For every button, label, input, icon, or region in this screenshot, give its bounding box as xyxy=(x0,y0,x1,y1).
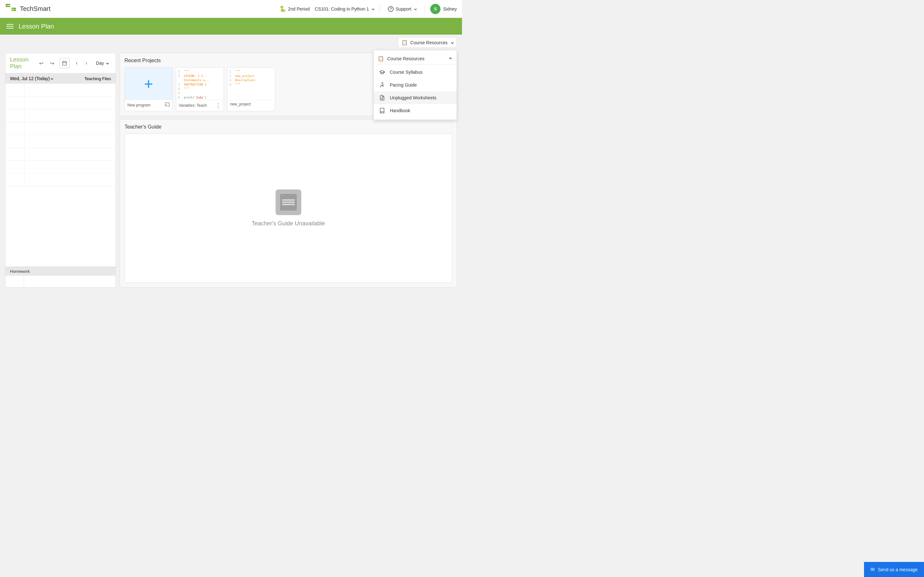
logo xyxy=(5,3,17,15)
dropdown-title: Course Resources xyxy=(387,56,425,61)
date-dropdown-icon[interactable] xyxy=(51,77,53,80)
menu-icon[interactable] xyxy=(6,23,13,30)
dropdown-chevron-icon xyxy=(449,57,452,60)
lesson-date-bar: Wed, Jul 12 (Today) Teaching Files xyxy=(5,73,115,84)
avatar: S xyxy=(430,4,441,14)
hw-time-col xyxy=(5,276,24,287)
project-footer-new-project: new_project xyxy=(228,100,275,108)
time-slot xyxy=(5,109,24,122)
guide-icon-wrap xyxy=(276,189,301,215)
prev-day-button[interactable]: ‹ xyxy=(72,59,81,68)
svg-point-10 xyxy=(382,83,383,84)
time-grid xyxy=(5,84,115,186)
lesson-panel: Lesson Plan ↩ ↪ ‹ › Day Wed, Jul 12 (Tod xyxy=(5,53,116,287)
time-column xyxy=(5,84,24,186)
new-project-name: New program xyxy=(128,103,150,107)
calendar-button[interactable] xyxy=(59,58,69,68)
code-preview-variables: 1""" 2LESSON: 1.1 – Statements a... 3INS… xyxy=(176,68,224,100)
content-slot xyxy=(24,173,115,186)
dropdown-item-syllabus[interactable]: Course Syllabus xyxy=(374,66,457,79)
content-slot xyxy=(24,109,115,122)
guide-line-3 xyxy=(282,204,295,205)
unplugged-label: Unplugged Worksheets xyxy=(390,95,436,100)
hw-content-col xyxy=(24,276,115,287)
course-resources-dropdown: 📋 Course Resources Course Syllabus Pacin… xyxy=(373,50,457,120)
document-icon xyxy=(379,95,385,101)
teachers-guide-section: Teacher's Guide Teacher's Guide Unavaila… xyxy=(120,119,457,287)
period-text: 2nd Period xyxy=(288,6,310,11)
course-resources-button[interactable]: 📋 Course Resources xyxy=(398,37,457,48)
dropdown-item-pacing[interactable]: Pacing Guide xyxy=(374,79,457,91)
svg-rect-6 xyxy=(63,61,66,65)
date-nav-arrows: ‹ › xyxy=(72,59,91,68)
resources-bar: 📋 Course Resources xyxy=(0,35,462,50)
content-slot xyxy=(24,148,115,161)
support-label: Support xyxy=(396,6,411,11)
book-icon xyxy=(379,107,385,114)
variables-preview: 1""" 2LESSON: 1.1 – Statements a... 3INS… xyxy=(176,68,224,100)
teachers-guide-title: Teacher's Guide xyxy=(124,124,452,130)
guide-line-2 xyxy=(282,201,295,203)
lesson-calendar-body xyxy=(5,84,115,267)
guide-document-icon xyxy=(280,194,297,211)
content-slot xyxy=(24,161,115,173)
content-slot xyxy=(24,135,115,148)
user-name: Sidney xyxy=(443,6,457,11)
resources-label: Course Resources xyxy=(410,40,447,45)
nav-divider xyxy=(379,5,380,13)
guide-content: Teacher's Guide Unavailable xyxy=(124,134,452,283)
time-slot xyxy=(5,84,24,97)
course-chevron-icon xyxy=(372,7,375,10)
project-card-new-project[interactable]: 1""" 2new_project 3Description: 4""" new… xyxy=(227,67,275,111)
new-project-code-preview: 1""" 2new_project 3Description: 4""" xyxy=(228,68,275,100)
dropdown-header-left: 📋 Course Resources xyxy=(378,55,425,61)
course-name: CS101: Coding in Python 1 xyxy=(315,6,369,11)
day-selector[interactable]: Day xyxy=(94,59,111,67)
content-column xyxy=(24,84,115,186)
content-slot xyxy=(24,122,115,135)
content-slot xyxy=(24,97,115,109)
pacing-label: Pacing Guide xyxy=(390,82,417,87)
graduation-icon xyxy=(379,69,385,75)
redo-button[interactable]: ↪ xyxy=(47,58,57,68)
syllabus-label: Course Syllabus xyxy=(390,69,423,75)
project-card-new[interactable]: + New program xyxy=(124,67,173,111)
support-button[interactable]: ? Support xyxy=(384,4,420,14)
plus-icon: + xyxy=(144,75,153,93)
time-slot xyxy=(5,135,24,148)
nav-right: 🐍 2nd Period CS101: Coding in Python 1 ?… xyxy=(279,4,457,14)
lesson-plan-title: Lesson Plan xyxy=(10,56,34,70)
nav-left: TechSmart xyxy=(5,3,51,15)
time-slot xyxy=(5,161,24,173)
new-project-preview: + xyxy=(125,68,172,100)
date-display: Wed, Jul 12 (Today) xyxy=(10,76,53,81)
next-day-button[interactable]: › xyxy=(82,59,91,68)
time-slot xyxy=(5,173,24,186)
project-footer-variables: Variables: Teach ⋮ xyxy=(176,100,224,111)
period-selector[interactable]: 🐍 2nd Period xyxy=(279,5,310,13)
new-project-project-name: new_project xyxy=(230,102,251,106)
day-chevron-icon xyxy=(106,62,109,64)
brand-name: TechSmart xyxy=(20,5,51,13)
support-chevron-icon xyxy=(414,7,417,10)
page-title: Lesson Plan xyxy=(19,23,54,30)
user-menu-button[interactable]: S Sidney xyxy=(430,4,457,14)
dropdown-item-handbook[interactable]: Handbook xyxy=(374,104,457,117)
lesson-panel-header: Lesson Plan ↩ ↪ ‹ › Day xyxy=(5,53,115,73)
page-header: Lesson Plan xyxy=(0,18,462,35)
day-label: Day xyxy=(96,61,104,66)
resources-chevron-icon xyxy=(451,41,454,44)
undo-button[interactable]: ↩ xyxy=(36,58,46,68)
time-slot xyxy=(5,148,24,161)
svg-rect-5 xyxy=(14,8,15,11)
runner-icon xyxy=(379,82,385,88)
project-card-variables[interactable]: 1""" 2LESSON: 1.1 – Statements a... 3INS… xyxy=(176,67,224,111)
handbook-label: Handbook xyxy=(390,108,410,113)
support-icon: ? xyxy=(388,6,394,12)
course-selector[interactable]: CS101: Coding in Python 1 xyxy=(315,6,374,11)
resources-icon: 📋 xyxy=(401,39,408,45)
variables-more-icon[interactable]: ⋮ xyxy=(215,102,221,109)
dropdown-item-unplugged[interactable]: Unplugged Worksheets xyxy=(374,91,457,104)
time-slot xyxy=(5,97,24,109)
homework-row xyxy=(5,276,115,287)
